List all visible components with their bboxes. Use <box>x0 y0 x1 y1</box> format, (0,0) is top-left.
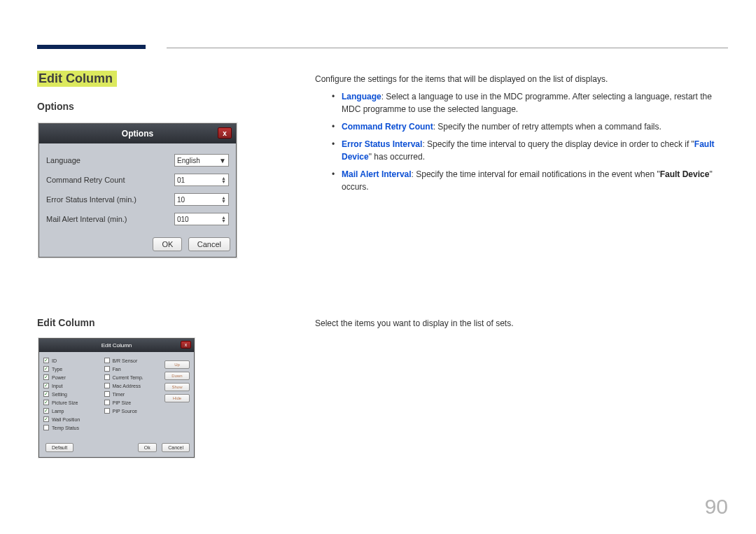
desc-error-b: " has occurred. <box>369 152 425 162</box>
checkbox-pip-size[interactable] <box>104 400 110 405</box>
term-retry: Command Retry Count <box>342 122 433 132</box>
edit-column-dialog-title: Edit Column x <box>39 339 194 352</box>
cancel-button[interactable]: Cancel <box>162 443 190 452</box>
bullet-error-interval: Error Status Interval: Specify the time … <box>332 138 728 163</box>
error-interval-spinner[interactable]: 10 ▲▼ <box>174 193 229 206</box>
chevron-down-icon: ▼ <box>219 157 226 164</box>
fault-device-term: Fault Device <box>660 169 710 179</box>
ok-button[interactable]: OK <box>153 237 182 251</box>
checkbox-br-sensor[interactable] <box>104 358 110 363</box>
subheading-edit-column: Edit Column <box>37 317 94 328</box>
checkbox-temp-status[interactable] <box>43 425 49 430</box>
item-label: Power <box>52 375 66 380</box>
mail-interval-value: 010 <box>177 216 189 223</box>
checkbox-id[interactable] <box>43 358 49 363</box>
bullet-language: Language: Select a language to use in th… <box>332 90 728 115</box>
checkbox-setting[interactable] <box>43 391 49 397</box>
item-label: Current Temp. <box>113 375 144 380</box>
page-number: 90 <box>705 495 728 519</box>
intro-text: Configure the settings for the items tha… <box>315 73 728 85</box>
item-label: Timer <box>113 392 125 397</box>
item-label: Input <box>52 384 63 388</box>
ok-button[interactable]: Ok <box>138 443 157 452</box>
language-value: English <box>177 157 200 164</box>
checkbox-current-temp[interactable] <box>104 374 110 380</box>
down-button[interactable]: Down <box>164 372 190 380</box>
item-label: Type <box>52 367 62 372</box>
spinner-icon: ▲▼ <box>221 196 226 203</box>
item-label: Temp Status <box>52 426 79 430</box>
mail-interval-label: Mail Alert Interval (min.) <box>46 215 174 223</box>
checkbox-column-2: B/R Sensor Fan Current Temp. Mac Address… <box>104 356 165 432</box>
cancel-button[interactable]: Cancel <box>188 237 230 251</box>
spinner-icon: ▲▼ <box>221 216 226 223</box>
desc-error-a: : Specify the time interval to query the… <box>422 139 694 149</box>
term-mail-interval: Mail Alert Interval <box>342 169 412 179</box>
header-rule <box>167 48 728 48</box>
checkbox-type[interactable] <box>43 366 49 372</box>
item-label: Lamp <box>52 409 64 414</box>
retry-count-value: 01 <box>177 176 185 184</box>
error-interval-value: 10 <box>177 196 185 204</box>
checkbox-power[interactable] <box>43 374 49 380</box>
subheading-options: Options <box>37 101 74 112</box>
options-dialog-title: Options x <box>39 124 236 143</box>
item-label: Fan <box>113 367 121 372</box>
edit-column-description: Select the items you want to display in … <box>315 318 513 328</box>
retry-count-label: Command Retry Count <box>46 176 174 184</box>
item-label: Setting <box>52 392 67 397</box>
hide-button[interactable]: Hide <box>164 394 190 402</box>
checkbox-pip-source[interactable] <box>104 408 110 414</box>
up-button[interactable]: Up <box>164 360 190 369</box>
checkbox-mac-address[interactable] <box>104 383 110 388</box>
close-icon[interactable]: x <box>218 127 232 139</box>
default-button[interactable]: Default <box>46 443 74 452</box>
bullet-retry: Command Retry Count: Specify the number … <box>332 120 728 133</box>
item-label: PIP Source <box>113 409 137 414</box>
show-button[interactable]: Show <box>164 383 190 391</box>
checkbox-wall-position[interactable] <box>43 416 49 422</box>
item-label: Mac Address <box>113 384 141 388</box>
section-heading-edit-column: Edit Column <box>37 71 117 87</box>
term-error-interval: Error Status Interval <box>342 139 422 149</box>
checkbox-input[interactable] <box>43 383 49 388</box>
options-dialog-screenshot: Options x Language English ▼ Command Ret… <box>38 122 237 258</box>
item-label: ID <box>52 358 57 363</box>
item-label: PIP Size <box>113 400 132 405</box>
term-language: Language <box>342 92 382 101</box>
language-label: Language <box>46 156 174 164</box>
edit-column-dialog-screenshot: Edit Column x ID Type Power Input Settin… <box>38 337 195 458</box>
error-interval-label: Error Status Interval (min.) <box>46 195 174 204</box>
desc-retry: : Specify the number of retry attempts w… <box>433 122 662 132</box>
close-icon[interactable]: x <box>181 341 191 349</box>
desc-mail-a: : Specify the time interval for email no… <box>412 169 660 179</box>
bullet-mail-interval: Mail Alert Interval: Specify the time in… <box>332 168 728 193</box>
desc-language: : Select a language to use in the MDC pr… <box>342 92 712 114</box>
item-label: Wall Position <box>52 417 80 422</box>
language-dropdown[interactable]: English ▼ <box>174 154 229 167</box>
description-body: Configure the settings for the items tha… <box>315 73 728 198</box>
retry-count-spinner[interactable]: 01 ▲▼ <box>174 174 229 186</box>
section-accent-bar <box>37 45 146 49</box>
edit-column-title-label: Edit Column <box>102 342 132 349</box>
mail-interval-spinner[interactable]: 010 ▲▼ <box>174 213 229 225</box>
checkbox-column-1: ID Type Power Input Setting Picture Size… <box>43 356 104 432</box>
spinner-icon: ▲▼ <box>221 176 226 183</box>
options-title-label: Options <box>122 129 153 139</box>
item-label: Picture Size <box>52 400 78 405</box>
item-label: B/R Sensor <box>113 358 138 363</box>
checkbox-timer[interactable] <box>104 391 110 397</box>
checkbox-lamp[interactable] <box>43 408 49 414</box>
checkbox-fan[interactable] <box>104 366 110 372</box>
checkbox-picture-size[interactable] <box>43 400 49 405</box>
